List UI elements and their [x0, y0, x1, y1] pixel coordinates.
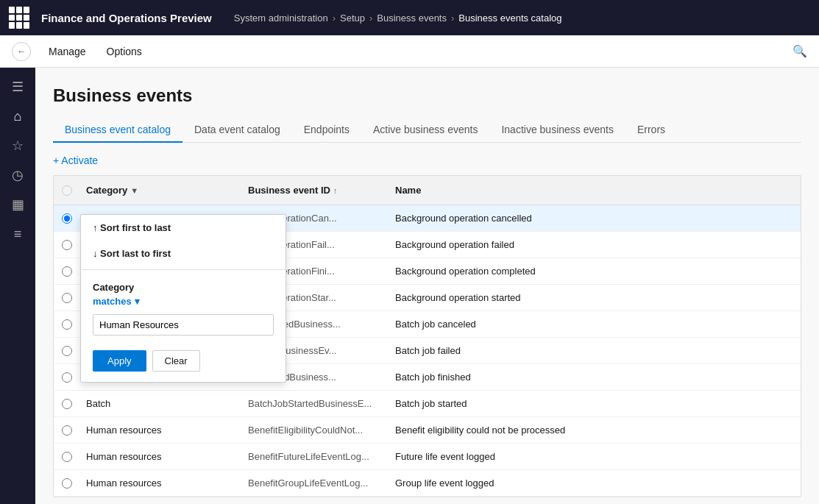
breadcrumb-sep-1: › [333, 13, 336, 24]
action-bar: + Activate [53, 155, 801, 166]
breadcrumb-item-1[interactable]: System administration [234, 13, 328, 24]
row-radio-3[interactable] [54, 293, 80, 303]
popup-divider [81, 269, 286, 270]
row-name-6: Batch job finished [389, 372, 801, 383]
sort-asc-label: ↑ Sort first to last [93, 222, 171, 233]
app-grid-icon[interactable] [9, 7, 31, 29]
row-name-7: Batch job started [389, 398, 801, 409]
row-radio-9[interactable] [54, 452, 80, 462]
filter-category-label: Category [93, 282, 274, 293]
sort-desc-option[interactable]: ↓ Sort last to first [81, 241, 286, 266]
row-category-10: Human resources [80, 478, 242, 489]
select-all-radio[interactable] [62, 185, 72, 196]
breadcrumb-sep-3: › [451, 13, 454, 24]
row-radio-6[interactable] [54, 372, 80, 383]
row-radio-8[interactable] [54, 425, 80, 436]
breadcrumb-sep-2: › [369, 13, 372, 24]
modules-icon[interactable]: ≡ [4, 221, 31, 247]
matches-label: matches [93, 296, 132, 307]
main-content: Business events Business event catalog D… [35, 68, 819, 504]
row-name-1: Background operation failed [389, 239, 801, 250]
tab-bar: Business event catalog Data event catalo… [53, 118, 801, 143]
row-name-10: Group life event logged [389, 478, 801, 489]
row-category-7: Batch [80, 398, 242, 409]
home-icon[interactable]: ⌂ [4, 103, 31, 129]
column-header-category[interactable]: Category ▼ ↑ Sort first to last ↓ Sort l… [80, 185, 242, 196]
recent-icon[interactable]: ◷ [4, 162, 31, 188]
row-name-5: Batch job failed [389, 345, 801, 356]
tab-business-event-catalog[interactable]: Business event catalog [53, 118, 182, 143]
sort-desc-label: ↓ Sort last to first [93, 248, 171, 259]
row-radio-5[interactable] [54, 346, 80, 356]
options-button[interactable]: Options [98, 43, 151, 60]
tab-active-business-events[interactable]: Active business events [361, 118, 489, 143]
event-id-sort-icon[interactable]: ↑ [333, 186, 338, 195]
category-filter-popup: ↑ Sort first to last ↓ Sort last to firs… [80, 214, 286, 383]
sort-asc-option[interactable]: ↑ Sort first to last [81, 215, 286, 241]
row-name-4: Batch job canceled [389, 319, 801, 330]
category-filter-icon[interactable]: ▼ [130, 186, 138, 195]
page-title: Business events [53, 85, 801, 106]
header-select-all[interactable] [54, 185, 80, 196]
hamburger-icon[interactable]: ☰ [4, 74, 31, 100]
favorites-icon[interactable]: ☆ [4, 132, 31, 159]
table-row[interactable]: Human resources BenefitGroupLifeEventLog… [54, 470, 801, 497]
column-header-name[interactable]: Name [389, 185, 801, 196]
row-name-9: Future life event logged [389, 451, 801, 462]
table-row[interactable]: Human resources BenefitFutureLifeEventLo… [54, 444, 801, 470]
search-button[interactable]: 🔍 [793, 44, 807, 58]
top-navigation-bar: Finance and Operations Preview System ad… [0, 0, 819, 35]
tab-errors[interactable]: Errors [625, 118, 677, 143]
row-event-id-9: BenefitFutureLifeEventLog... [242, 451, 389, 462]
left-sidebar: ☰ ⌂ ☆ ◷ ▦ ≡ [0, 68, 35, 504]
manage-button[interactable]: Manage [40, 43, 95, 60]
row-event-id-7: BatchJobStartedBusinessE... [242, 398, 389, 409]
clear-button[interactable]: Clear [152, 350, 200, 372]
table-row[interactable]: Human resources BenefitEligibilityCouldN… [54, 417, 801, 444]
row-radio-1[interactable] [54, 240, 80, 250]
secondary-toolbar: ← Manage Options 🔍 [0, 35, 819, 68]
apply-button[interactable]: Apply [93, 350, 146, 372]
workspaces-icon[interactable]: ▦ [4, 191, 31, 218]
filter-section: Category matches ▾ [81, 273, 286, 344]
matches-dropdown[interactable]: matches ▾ [93, 296, 274, 307]
row-radio-2[interactable] [54, 266, 80, 277]
filter-category-input[interactable] [93, 314, 274, 336]
row-radio-0[interactable] [54, 213, 80, 224]
event-id-header-label: Business event ID [248, 185, 330, 196]
data-table: Category ▼ ↑ Sort first to last ↓ Sort l… [53, 175, 801, 497]
breadcrumb: System administration › Setup › Business… [234, 13, 562, 24]
row-name-0: Background operation cancelled [389, 213, 801, 224]
breadcrumb-item-3[interactable]: Business events [377, 13, 447, 24]
row-name-8: Benefit eligibility could not be process… [389, 425, 801, 436]
filter-actions: Apply Clear [81, 344, 286, 382]
name-header-label: Name [395, 185, 421, 196]
main-layout: ☰ ⌂ ☆ ◷ ▦ ≡ Business events Business eve… [0, 68, 819, 504]
table-row[interactable]: Batch BatchJobStartedBusinessE... Batch … [54, 391, 801, 417]
row-event-id-10: BenefitGroupLifeEventLog... [242, 478, 389, 489]
tab-endpoints[interactable]: Endpoints [292, 118, 361, 143]
row-event-id-8: BenefitEligibilityCouldNot... [242, 425, 389, 436]
table-header-row: Category ▼ ↑ Sort first to last ↓ Sort l… [54, 176, 801, 205]
back-button[interactable]: ← [12, 42, 31, 61]
row-radio-4[interactable] [54, 319, 80, 330]
breadcrumb-item-2[interactable]: Setup [340, 13, 365, 24]
matches-chevron-icon: ▾ [135, 296, 140, 307]
activate-button[interactable]: + Activate [53, 155, 98, 166]
breadcrumb-item-4: Business events catalog [458, 13, 561, 24]
category-header-label: Category [86, 185, 127, 196]
row-name-2: Background operation completed [389, 266, 801, 277]
row-radio-7[interactable] [54, 399, 80, 409]
tab-inactive-business-events[interactable]: Inactive business events [489, 118, 625, 143]
app-title: Finance and Operations Preview [41, 12, 212, 24]
row-name-3: Background operation started [389, 292, 801, 303]
tab-data-event-catalog[interactable]: Data event catalog [182, 118, 292, 143]
row-category-8: Human resources [80, 425, 242, 436]
row-radio-10[interactable] [54, 478, 80, 489]
row-category-9: Human resources [80, 451, 242, 462]
column-header-event-id[interactable]: Business event ID ↑ [242, 185, 389, 196]
